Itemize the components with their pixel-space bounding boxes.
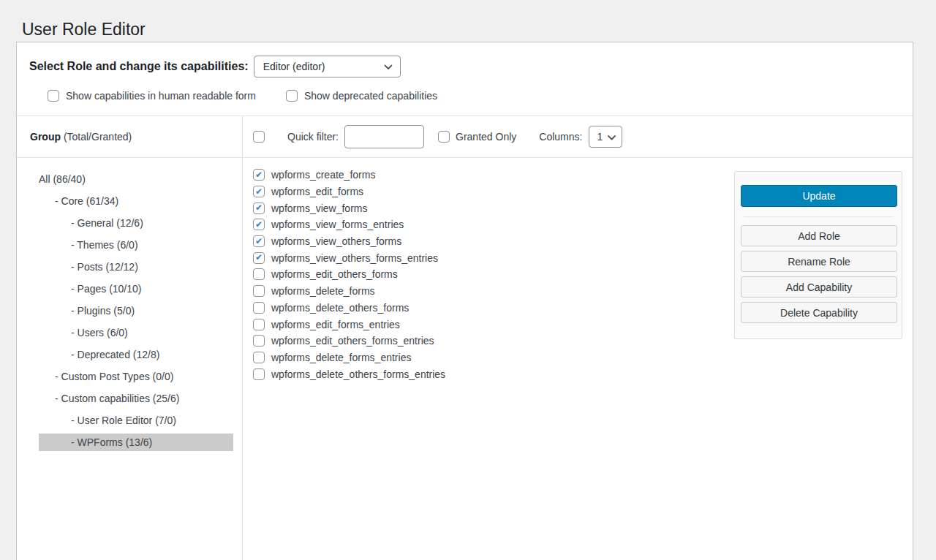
capability-checkbox[interactable] xyxy=(253,268,265,280)
human-readable-checkbox[interactable] xyxy=(48,90,59,102)
group-item[interactable]: - Core (61/34) xyxy=(17,190,242,212)
capability-checkbox[interactable] xyxy=(253,368,265,380)
group-item[interactable]: All (86/40) xyxy=(17,168,242,190)
capability-label: wpforms_view_others_forms xyxy=(271,235,401,247)
group-item[interactable]: - WPForms (13/6) xyxy=(39,434,233,451)
capability-label: wpforms_delete_others_forms_entries xyxy=(271,368,445,380)
header-row: Group (Total/Granted) Quick filter: Gran… xyxy=(17,116,913,158)
show-deprecated-checkbox[interactable] xyxy=(286,90,298,102)
capability-label: wpforms_edit_others_forms_entries xyxy=(271,335,434,347)
capability-checkbox[interactable] xyxy=(253,252,265,264)
select-all-checkbox[interactable] xyxy=(253,131,265,143)
capability-checkbox[interactable] xyxy=(253,352,265,363)
show-deprecated-label: Show deprecated capabilities xyxy=(304,90,437,102)
delete-capability-button[interactable]: Delete Capability xyxy=(741,302,897,323)
group-item[interactable]: - Plugins (5/0) xyxy=(17,300,242,322)
capability-checkbox[interactable] xyxy=(253,335,265,347)
add-role-button[interactable]: Add Role xyxy=(741,225,897,246)
group-item[interactable]: - General (12/6) xyxy=(17,212,242,234)
capability-checkbox[interactable] xyxy=(253,285,265,297)
chevron-down-icon xyxy=(384,61,393,72)
capability-checkbox[interactable] xyxy=(253,203,265,214)
human-readable-label: Show capabilities in human readable form xyxy=(66,90,256,102)
group-header: Group (Total/Granted) xyxy=(17,116,243,157)
capability-checkbox[interactable] xyxy=(253,235,265,247)
columns-select[interactable]: 1 xyxy=(589,126,622,148)
capability-label: wpforms_view_forms_entries xyxy=(271,219,404,230)
columns-label: Columns: xyxy=(539,131,582,143)
capability-label: wpforms_delete_others_forms xyxy=(271,302,409,314)
capability-label: wpforms_create_forms xyxy=(271,169,375,181)
granted-only-checkbox[interactable] xyxy=(438,131,450,143)
actions-box: Update Add Role Rename Role Add Capabili… xyxy=(734,171,902,339)
group-item[interactable]: - Pages (10/10) xyxy=(17,278,242,300)
capability-checkbox[interactable] xyxy=(253,186,265,197)
role-selector-row: Select Role and change its capabilities:… xyxy=(17,42,913,77)
group-header-suffix: (Total/Granted) xyxy=(61,131,132,143)
group-item[interactable]: - Deprecated (12/8) xyxy=(17,344,242,366)
group-item[interactable]: - Custom Post Types (0/0) xyxy=(17,366,242,387)
actions-divider xyxy=(744,216,893,217)
columns-select-value: 1 xyxy=(597,131,603,143)
group-item[interactable]: - User Role Editor (7/0) xyxy=(17,409,242,431)
capability-label: wpforms_delete_forms xyxy=(271,285,375,297)
capability-row: wpforms_delete_forms_entries xyxy=(253,349,913,366)
filter-bar: Quick filter: Granted Only Columns: 1 xyxy=(243,116,913,157)
options-row: Show capabilities in human readable form… xyxy=(48,90,913,102)
capability-row: wpforms_delete_others_forms_entries xyxy=(253,366,913,382)
quick-filter-input[interactable] xyxy=(344,125,424,148)
update-button[interactable]: Update xyxy=(741,185,897,207)
group-header-title: Group xyxy=(30,131,61,143)
capability-checkbox[interactable] xyxy=(253,319,265,330)
user-role-editor-panel: Select Role and change its capabilities:… xyxy=(16,42,913,560)
group-item[interactable]: - Posts (12/12) xyxy=(17,256,242,278)
capability-label: wpforms_view_forms xyxy=(271,203,367,214)
capability-checkbox[interactable] xyxy=(253,169,265,181)
role-selector-label: Select Role and change its capabilities: xyxy=(29,60,249,73)
capability-label: wpforms_delete_forms_entries xyxy=(271,352,411,363)
granted-only-label: Granted Only xyxy=(456,131,516,143)
capability-label: wpforms_view_others_forms_entries xyxy=(271,252,438,264)
chevron-down-icon xyxy=(608,131,616,143)
capability-label: wpforms_edit_forms_entries xyxy=(271,319,400,330)
quick-filter-label: Quick filter: xyxy=(287,131,339,143)
role-select[interactable]: Editor (editor) xyxy=(254,56,401,77)
group-item[interactable]: - Custom capabilities (25/6) xyxy=(17,387,242,409)
role-select-value: Editor (editor) xyxy=(263,61,325,72)
capability-label: wpforms_edit_forms xyxy=(271,186,363,197)
capability-label: wpforms_edit_others_forms xyxy=(271,268,398,280)
groups-tree: All (86/40)- Core (61/34)- General (12/6… xyxy=(17,158,243,560)
page-title: User Role Editor xyxy=(22,19,146,41)
capability-checkbox[interactable] xyxy=(253,219,265,230)
group-item[interactable]: - Themes (6/0) xyxy=(17,234,242,256)
group-item[interactable]: - Users (6/0) xyxy=(17,322,242,344)
rename-role-button[interactable]: Rename Role xyxy=(741,251,897,272)
capability-checkbox[interactable] xyxy=(253,302,265,314)
add-capability-button[interactable]: Add Capability xyxy=(741,276,897,298)
